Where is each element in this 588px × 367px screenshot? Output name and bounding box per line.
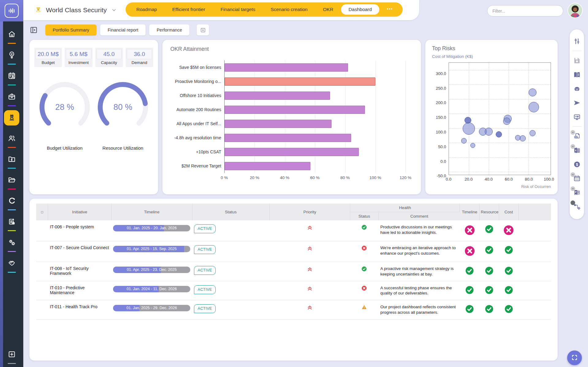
toolbar-robot-button[interactable] [573,85,581,93]
ok-check-icon[interactable] [465,304,474,314]
main-tab-scenario-creation[interactable]: Scenario creation [263,4,315,15]
risk-bubble[interactable] [520,135,526,141]
initiative-name[interactable]: IT-010 - Predictive Maintenance [48,281,112,300]
initiative-name[interactable]: IT-008 - IoT Security Framework [48,262,112,281]
col-timeline[interactable]: Timeline [111,204,192,220]
view-tab-performance[interactable]: Performance [149,24,189,36]
panel-toggle-icon[interactable] [29,26,38,34]
sidebar-item-briefcase[interactable] [3,89,20,106]
col-health-group[interactable]: Health [350,204,460,212]
okr-bar[interactable] [225,162,310,170]
timeline-progress-pill[interactable]: 01. Apr. 2025 - 23. Dec. 2025 [113,267,190,273]
col-health-status[interactable]: Status [350,212,378,221]
initiative-name[interactable]: IT-011 - Health Track Pro [48,300,112,320]
toolbar-send-button[interactable] [573,99,581,107]
main-tab-roadmap[interactable]: Roadmap [129,4,165,15]
okr-bar[interactable] [225,77,375,86]
status-badge[interactable]: ACTIVE [194,224,216,233]
risk-bubble[interactable] [470,143,475,148]
timeline-progress-pill[interactable]: 01. Jan. 2024 - 11. Dec. 2026 [113,286,190,292]
initiative-name[interactable]: IT-007 - Secure Cloud Connect [48,241,112,262]
status-badge[interactable]: ACTIVE [194,245,216,254]
table-row[interactable]: IT-011 - Health Track Pro 01. Jan. 2025 … [36,300,551,320]
timeline-progress-pill[interactable]: 01. Apr. 2025 - 15. Sep. 2025 [113,246,190,252]
sidebar-item-folder-open[interactable] [3,173,20,189]
table-row[interactable]: IT-008 - IoT Security Framework 01. Apr.… [36,262,551,281]
ok-check-icon[interactable] [504,285,514,295]
view-tab-financial-report[interactable]: Financial report [100,24,146,36]
sidebar-item-sync[interactable] [3,193,20,210]
main-tab-financial-targets[interactable]: Financial targets [213,4,263,15]
badge-chevron-icon[interactable] [571,130,575,135]
table-row[interactable]: IT-007 - Secure Cloud Connect 01. Apr. 2… [36,241,551,262]
toolbar-export-pdf-button[interactable]: PDF [573,132,581,140]
main-tab-efficient-frontier[interactable]: Efficient frontier [165,4,213,15]
toolbar-calendar-dots-button[interactable] [573,174,581,182]
main-tab-okr[interactable]: OKR [315,4,341,15]
col-ind-cost[interactable]: Cost [499,204,518,220]
ok-check-icon[interactable] [465,285,474,295]
col-status[interactable]: Status [192,204,269,220]
ok-check-icon[interactable] [504,245,514,255]
status-badge[interactable]: ACTIVE [194,266,216,275]
toolbar-book-button[interactable] [573,71,581,79]
fullscreen-button[interactable] [567,350,582,365]
sidebar-item-handshake[interactable] [3,256,20,273]
sidebar-item-lightbulb[interactable] [3,48,20,65]
ok-check-icon[interactable] [484,285,494,295]
avatar[interactable] [568,3,582,17]
fail-x-icon[interactable] [464,224,476,236]
risk-bubble[interactable] [529,102,539,112]
timeline-progress-pill[interactable]: 01. Jan. 2025 - 20. Jan. 2026 [113,225,190,231]
status-badge[interactable]: ACTIVE [194,285,216,294]
sidebar-item-team[interactable] [3,131,20,148]
badge-chevron-icon[interactable] [571,186,575,191]
risk-bubble[interactable] [529,130,536,136]
badge-chevron-icon[interactable] [571,200,575,205]
main-tabs-more-button[interactable] [379,4,400,15]
ok-check-icon[interactable] [484,304,494,314]
initiative-name[interactable]: IT-006 - People system [48,220,112,241]
okr-bar[interactable] [225,120,332,128]
toolbar-export-excel-button[interactable]: X [573,146,581,154]
app-logo[interactable] [0,0,23,21]
toolbar-report-doc-button[interactable]: P [573,189,581,197]
toolbar-workflow-gear-button[interactable] [573,203,581,211]
risk-bubble[interactable] [496,131,502,137]
okr-bar[interactable] [225,134,351,142]
risk-bubble[interactable] [485,128,493,136]
ok-check-icon[interactable] [484,266,494,275]
risk-bubble[interactable] [529,88,537,96]
sidebar-item-clipboard-pin[interactable] [3,214,20,231]
col-priority[interactable]: Priority [269,204,350,220]
risk-bubble[interactable] [461,138,467,144]
toolbar-dollar-button[interactable]: $ [573,160,581,168]
table-row[interactable]: IT-010 - Predictive Maintenance 01. Jan.… [36,281,551,300]
view-tab-portfolio-summary[interactable]: Portfolio Summary [45,24,97,36]
sidebar-item-add[interactable] [3,347,20,364]
timeline-progress-pill[interactable]: 01. Jan. 2025 - 29. Dec. 2026 [113,305,190,311]
ok-check-icon[interactable] [504,304,514,314]
ok-check-icon[interactable] [484,224,494,234]
ok-check-icon[interactable] [504,266,514,275]
fail-x-icon[interactable] [503,224,514,236]
risk-bubble[interactable] [503,118,510,125]
chevron-down-icon[interactable] [111,7,117,13]
sidebar-item-portfolio-rook[interactable] [3,110,20,127]
toolbar-monitor-settings-button[interactable] [573,113,581,121]
add-view-tab-button[interactable] [197,24,209,36]
okr-bar[interactable] [225,106,365,114]
col-health-comment[interactable]: Comment [378,212,460,221]
ok-check-icon[interactable] [484,245,494,255]
okr-bar[interactable] [225,63,348,72]
table-row[interactable]: IT-006 - People system 01. Jan. 2025 - 2… [36,220,551,241]
ok-check-icon[interactable] [465,266,474,275]
toolbar-sliders-button[interactable] [573,37,581,45]
fail-x-icon[interactable] [464,245,476,257]
sidebar-item-gears[interactable] [3,235,20,252]
sidebar-item-folder-bolt[interactable] [3,152,20,169]
col-ind-resource[interactable]: Resource [479,204,499,220]
sidebar-item-home[interactable] [3,27,20,44]
status-badge[interactable]: ACTIVE [194,304,216,313]
col-initiative[interactable]: Initiative [48,204,112,220]
